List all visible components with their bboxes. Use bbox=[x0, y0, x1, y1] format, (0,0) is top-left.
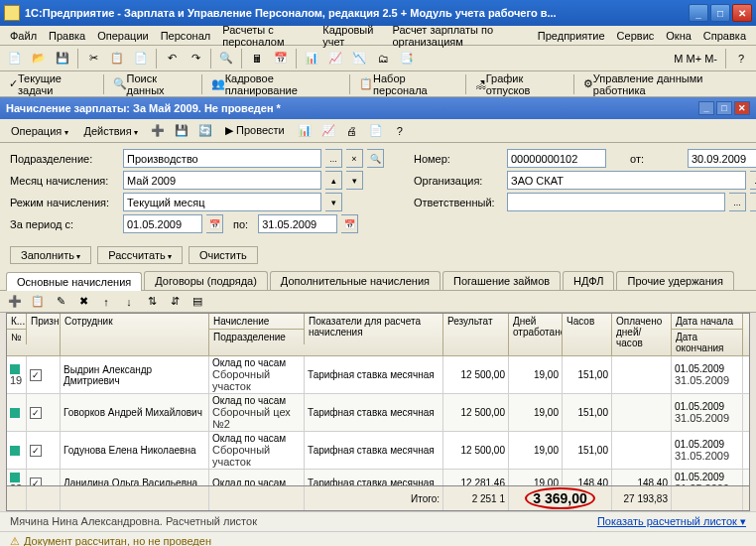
actions-dropdown[interactable]: Действия bbox=[77, 122, 145, 140]
menu-operations[interactable]: Операции bbox=[91, 28, 154, 44]
col-dstart[interactable]: Дата начала bbox=[672, 314, 743, 329]
nav-uprav[interactable]: ⚙Управление данными работника bbox=[578, 70, 752, 98]
menu-windows[interactable]: Окна bbox=[660, 28, 697, 44]
col-dend[interactable]: Дата окончания bbox=[672, 329, 743, 355]
mesyac-up-button[interactable]: ▴ bbox=[325, 171, 342, 190]
doc-tool3-icon[interactable]: 📄 bbox=[365, 120, 387, 142]
doc-print-icon[interactable]: 🖨 bbox=[341, 120, 363, 142]
tab-pogashenie[interactable]: Погашение займов bbox=[442, 271, 561, 290]
period-from-cal-button[interactable]: 📅 bbox=[206, 214, 223, 233]
table-row[interactable]: 23✓Данилина Ольга ВасильевнаОклад по час… bbox=[7, 470, 749, 485]
grid-down-icon[interactable]: ↓ bbox=[118, 291, 140, 313]
input-period-from[interactable]: 01.05.2009 bbox=[123, 214, 202, 233]
doc-max-button[interactable]: □ bbox=[716, 101, 732, 115]
help-icon[interactable]: ? bbox=[730, 48, 752, 69]
tab-dogovory[interactable]: Договоры (подряда) bbox=[144, 271, 268, 290]
tab-prochie[interactable]: Прочие удержания bbox=[616, 271, 733, 290]
nav-grafik[interactable]: 🏖График отпусков bbox=[470, 70, 569, 98]
col-prizn[interactable]: Призн... bbox=[27, 314, 61, 355]
rezhim-dropdown-button[interactable]: ▾ bbox=[325, 193, 342, 211]
menu-personal[interactable]: Персонал bbox=[155, 28, 217, 44]
org-select-button[interactable]: ... bbox=[750, 171, 756, 190]
tool-icon[interactable]: 📊 bbox=[301, 48, 322, 69]
col-opl[interactable]: Оплачено дней/часов bbox=[612, 314, 672, 355]
calc-icon[interactable]: 🖩 bbox=[246, 48, 268, 69]
menu-edit[interactable]: Правка bbox=[43, 28, 91, 44]
grid-sort2-icon[interactable]: ⇵ bbox=[164, 291, 186, 313]
undo-icon[interactable]: ↶ bbox=[161, 48, 183, 69]
tab-osnovnye[interactable]: Основные начисления bbox=[6, 272, 142, 291]
grid-sort-icon[interactable]: ⇅ bbox=[141, 291, 163, 313]
grid-edit-icon[interactable]: ✎ bbox=[50, 291, 71, 313]
doc-tool1-icon[interactable]: 📊 bbox=[294, 120, 315, 142]
row-checkbox[interactable]: ✓ bbox=[30, 369, 42, 381]
grid-body[interactable]: 19✓Выдрин Александр ДмитриевичОклад по ч… bbox=[7, 356, 749, 485]
show-payslip-link[interactable]: Показать расчетный листок ▾ bbox=[597, 515, 746, 528]
nav-kadr[interactable]: 👥Кадровое планирование bbox=[206, 70, 345, 98]
doc-close-button[interactable]: ✕ bbox=[734, 101, 750, 115]
col-podr[interactable]: Подразделение bbox=[209, 329, 305, 344]
nav-nabor[interactable]: 📋Набор персонала bbox=[354, 70, 461, 98]
tool4-icon[interactable]: 🗂 bbox=[372, 48, 394, 69]
open-icon[interactable]: 📂 bbox=[28, 48, 50, 69]
minimize-button[interactable]: _ bbox=[689, 4, 708, 22]
maximize-button[interactable]: □ bbox=[710, 4, 730, 22]
cut-icon[interactable]: ✂ bbox=[82, 48, 104, 69]
col-k[interactable]: К... bbox=[7, 314, 27, 329]
mesyac-down-button[interactable]: ▾ bbox=[346, 171, 363, 190]
grid-copy-icon[interactable]: 📋 bbox=[27, 291, 49, 313]
col-nach[interactable]: Начисление bbox=[209, 314, 305, 329]
menu-enterprise[interactable]: Предприятие bbox=[532, 28, 611, 44]
row-checkbox[interactable]: ✓ bbox=[30, 445, 42, 457]
paste-icon[interactable]: 📄 bbox=[130, 48, 152, 69]
grid-up-icon[interactable]: ↑ bbox=[95, 291, 117, 313]
nav-search[interactable]: 🔍Поиск данных bbox=[108, 70, 197, 98]
row-checkbox[interactable]: ✓ bbox=[30, 407, 42, 419]
input-otv[interactable] bbox=[507, 193, 725, 211]
find-icon[interactable]: 🔍 bbox=[215, 48, 237, 69]
table-row[interactable]: 19✓Выдрин Александр ДмитриевичОклад по ч… bbox=[7, 356, 749, 394]
col-pokaz[interactable]: Показатели для расчета начисления bbox=[305, 314, 443, 355]
col-n[interactable]: № bbox=[7, 329, 27, 344]
col-rez[interactable]: Результат bbox=[443, 314, 509, 355]
tool5-icon[interactable]: 📑 bbox=[396, 48, 418, 69]
operation-dropdown[interactable]: Операция bbox=[4, 122, 75, 140]
col-sotr[interactable]: Сотрудник bbox=[61, 314, 209, 355]
menu-raschet-zp[interactable]: Расчет зарплаты по организациям bbox=[386, 22, 531, 50]
doc-help-icon[interactable]: ? bbox=[389, 120, 411, 142]
otv-select-button[interactable]: ... bbox=[729, 193, 746, 211]
doc-save-icon[interactable]: 💾 bbox=[171, 120, 192, 142]
clear-button[interactable]: Очистить bbox=[189, 246, 258, 264]
podrazd-search-button[interactable]: 🔍 bbox=[367, 149, 384, 168]
grid-del-icon[interactable]: ✖ bbox=[72, 291, 94, 313]
provesti-button[interactable]: ▶ Провести bbox=[218, 121, 292, 140]
tool3-icon[interactable]: 📉 bbox=[348, 48, 370, 69]
close-button[interactable]: ✕ bbox=[732, 4, 752, 22]
menu-raschety[interactable]: Расчеты с персоналом bbox=[216, 22, 316, 50]
doc-refresh-icon[interactable]: 🔄 bbox=[194, 120, 216, 142]
grid-add-icon[interactable]: ➕ bbox=[4, 291, 26, 313]
tab-ndfl[interactable]: НДФЛ bbox=[563, 271, 614, 290]
table-row[interactable]: ✓Говорков Андрей МихайловичОклад по часа… bbox=[7, 394, 749, 432]
menu-help[interactable]: Справка bbox=[697, 28, 752, 44]
input-podrazd[interactable]: Производство bbox=[123, 149, 321, 168]
memory-indicator[interactable]: M M+ M- bbox=[670, 53, 721, 65]
new-icon[interactable]: 📄 bbox=[4, 48, 26, 69]
save-icon[interactable]: 💾 bbox=[52, 48, 73, 69]
input-ot[interactable]: 30.09.2009 bbox=[688, 149, 756, 168]
nav-tasks[interactable]: ✓ Текущие задачи bbox=[4, 70, 99, 98]
menu-service[interactable]: Сервис bbox=[611, 28, 661, 44]
podrazd-select-button[interactable]: ... bbox=[325, 149, 342, 168]
menu-file[interactable]: Файл bbox=[4, 28, 43, 44]
calculate-button[interactable]: Рассчитать bbox=[97, 246, 183, 264]
tool2-icon[interactable]: 📈 bbox=[324, 48, 346, 69]
redo-icon[interactable]: ↷ bbox=[185, 48, 206, 69]
col-chas[interactable]: Часов bbox=[563, 314, 612, 355]
doc-new-icon[interactable]: ➕ bbox=[147, 120, 169, 142]
menu-kadrovy[interactable]: Кадровый учет bbox=[316, 22, 386, 50]
otv-clear-button[interactable]: × bbox=[750, 193, 756, 211]
doc-min-button[interactable]: _ bbox=[698, 101, 714, 115]
input-rezhim[interactable]: Текущий месяц bbox=[123, 193, 321, 211]
grid-filter-icon[interactable]: ▤ bbox=[187, 291, 208, 313]
period-to-cal-button[interactable]: 📅 bbox=[341, 214, 358, 233]
